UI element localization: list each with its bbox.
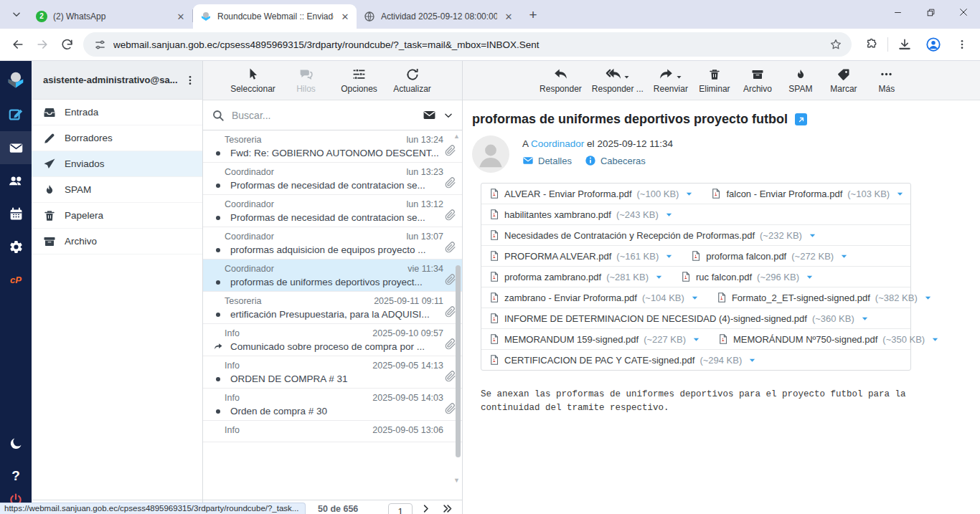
- tab-search-button[interactable]: [6, 2, 27, 27]
- message-row[interactable]: Info2025-09-05 14:13ORDEN DE COMPRA # 31: [203, 356, 462, 389]
- attachment-menu-icon[interactable]: [861, 315, 869, 323]
- mail-responder-button[interactable]: Responder ...: [588, 62, 648, 98]
- dropdown-caret-icon[interactable]: [623, 74, 630, 80]
- site-info-icon[interactable]: [92, 37, 108, 52]
- scroll-down-icon[interactable]: ▼: [453, 477, 460, 484]
- message-row[interactable]: Coordinadorvie 11:34proformas de uniform…: [203, 260, 462, 292]
- mail-eliminar-button[interactable]: Eliminar: [694, 62, 735, 98]
- list-opciones-button[interactable]: Opciones: [334, 62, 385, 98]
- last-page-icon[interactable]: [441, 503, 453, 514]
- attachment-menu-icon[interactable]: [748, 356, 756, 364]
- list-scrollbar[interactable]: [456, 265, 461, 457]
- close-tab-icon[interactable]: ✕: [503, 11, 514, 22]
- attachment-menu-icon[interactable]: [665, 252, 673, 260]
- attachment-menu-icon[interactable]: [806, 273, 814, 281]
- search-scope-icon[interactable]: [423, 108, 436, 122]
- attachment-item[interactable]: habilitantes xambrano.pdf(~243 KB): [481, 204, 683, 224]
- folder-item-enviados[interactable]: Enviados: [32, 151, 202, 177]
- browser-menu-icon[interactable]: [950, 32, 974, 57]
- tab-actividad[interactable]: Actividad 2025-09-12 08:00:00 ✕: [357, 4, 520, 29]
- list-hilos-button[interactable]: Hilos: [281, 62, 332, 98]
- mail-marcar-button[interactable]: Marcar: [823, 62, 864, 98]
- next-page-icon[interactable]: [420, 503, 431, 514]
- attachment-item[interactable]: proforma zambrano.pdf(~281 KB): [481, 267, 673, 287]
- minimize-button[interactable]: [881, 0, 914, 24]
- address-bar[interactable]: webmail.sanjuan.gob.ec/cpsess4895969315/…: [83, 32, 852, 57]
- attachment-menu-icon[interactable]: [924, 294, 932, 302]
- scroll-up-icon[interactable]: ▲: [453, 133, 460, 140]
- external-link-icon[interactable]: [795, 113, 807, 125]
- close-tab-icon[interactable]: ✕: [175, 11, 187, 22]
- taskbar-cpanel[interactable]: cP: [0, 263, 32, 296]
- attachment-menu-icon[interactable]: [692, 335, 700, 343]
- mail-reenviar-button[interactable]: Reenviar: [649, 62, 692, 98]
- folder-item-borradores[interactable]: Borradores: [32, 125, 202, 151]
- list-seleccionar-button[interactable]: Seleccionar: [227, 62, 279, 98]
- close-tab-icon[interactable]: ✕: [339, 11, 351, 22]
- taskbar-help[interactable]: ?: [0, 460, 32, 492]
- taskbar-calendar-icon[interactable]: [0, 197, 32, 230]
- folder-item-entrada[interactable]: Entrada: [32, 100, 202, 125]
- recipient-link[interactable]: Coordinador: [531, 138, 584, 149]
- attachment-menu-icon[interactable]: [655, 273, 663, 281]
- mail-responder-button[interactable]: Responder: [535, 62, 586, 98]
- folder-item-papelera[interactable]: Papelera: [32, 203, 202, 229]
- details-toggle[interactable]: Detalles: [522, 155, 572, 166]
- message-row[interactable]: Info2025-09-10 09:57Comunicado sobre pro…: [203, 324, 462, 356]
- dropdown-caret-icon[interactable]: [676, 74, 682, 80]
- attachment-item[interactable]: MEMORANDUM 159-signed.pdf(~227 KB): [481, 329, 710, 349]
- taskbar-mail-icon[interactable]: [0, 131, 32, 164]
- message-row[interactable]: Coordinadorlun 13:12Proformas de necesid…: [203, 195, 462, 227]
- folder-item-archivo[interactable]: Archivo: [32, 229, 202, 254]
- attachment-menu-icon[interactable]: [840, 252, 848, 260]
- attachment-item[interactable]: proforma falcon.pdf(~272 KB): [683, 246, 858, 266]
- attachment-item[interactable]: falcon - Enviar Proforma.pdf(~103 KB): [703, 184, 914, 204]
- page-number-input[interactable]: 1: [388, 503, 413, 514]
- tab-whatsapp[interactable]: 2 (2) WhatsApp ✕: [29, 4, 192, 29]
- attachment-menu-icon[interactable]: [809, 232, 816, 239]
- restore-button[interactable]: [914, 0, 947, 24]
- message-row[interactable]: Coordinadorlun 13:07proformas adquisicio…: [203, 227, 462, 260]
- account-menu-icon[interactable]: [182, 71, 198, 90]
- attachment-item[interactable]: PROFORMA ALVEAR.pdf(~161 KB): [481, 246, 683, 266]
- taskbar-compose-icon[interactable]: [0, 98, 32, 131]
- attachment-item[interactable]: ALVEAR - Enviar Proforma.pdf(~100 KB): [481, 184, 703, 204]
- mail-spam-button[interactable]: SPAM: [780, 62, 821, 98]
- forward-button[interactable]: [30, 32, 55, 57]
- headers-toggle[interactable]: Cabeceras: [585, 155, 646, 166]
- list-actualizar-button[interactable]: Actualizar: [387, 62, 438, 98]
- attachment-item[interactable]: Formato_2_ET-signed-signed.pdf(~382 KB): [709, 287, 942, 308]
- attachment-menu-icon[interactable]: [685, 190, 693, 198]
- new-tab-button[interactable]: +: [523, 5, 543, 25]
- mail-más-button[interactable]: Más: [866, 62, 908, 98]
- message-row[interactable]: Tesoreria2025-09-11 09:11ertificación Pr…: [203, 292, 462, 324]
- message-row[interactable]: Info2025-09-05 13:06: [203, 421, 462, 442]
- taskbar-contacts-icon[interactable]: [0, 164, 32, 197]
- message-row[interactable]: Tesorerialun 13:24Fwd: Re: GOBIERNO AUTO…: [203, 130, 462, 163]
- attachment-menu-icon[interactable]: [665, 211, 673, 219]
- reload-button[interactable]: [55, 32, 79, 57]
- taskbar-dark-mode-icon[interactable]: [0, 427, 32, 460]
- attachment-item[interactable]: INFORME DE DETERMINACION DE NECESIDAD (4…: [481, 308, 879, 328]
- attachment-item[interactable]: Necesidades de Contratación y Recepción …: [481, 225, 826, 245]
- tab-roundcube[interactable]: Roundcube Webmail :: Enviados ✕: [193, 4, 357, 29]
- attachment-item[interactable]: CERTIFICACION DE PAC Y CATE-signed.pdf(~…: [481, 350, 766, 370]
- message-row[interactable]: Coordinadorlun 13:23Proformas de necesid…: [203, 163, 462, 195]
- search-input[interactable]: [232, 110, 415, 121]
- bookmark-star-icon[interactable]: [827, 36, 844, 53]
- extensions-icon[interactable]: [859, 32, 883, 57]
- attachment-item[interactable]: ruc falcon.pdf(~296 KB): [673, 267, 824, 287]
- taskbar-settings-icon[interactable]: [0, 230, 32, 263]
- search-options-icon[interactable]: [443, 110, 453, 120]
- attachment-item[interactable]: zambrano - Enviar Proforma.pdf(~104 KB): [481, 287, 709, 308]
- attachment-menu-icon[interactable]: [931, 335, 939, 343]
- folder-item-spam[interactable]: SPAM: [32, 177, 202, 203]
- message-row[interactable]: Info2025-09-05 14:03Orden de compra # 30: [203, 389, 462, 421]
- back-button[interactable]: [6, 32, 30, 57]
- mail-archivo-button[interactable]: Archivo: [737, 62, 778, 98]
- url-text[interactable]: webmail.sanjuan.gob.ec/cpsess4895969315/…: [113, 39, 827, 50]
- close-window-button[interactable]: [947, 0, 980, 24]
- attachment-item[interactable]: MEMORÁNDUM Nº750-signed.pdf(~350 KB): [710, 329, 949, 349]
- attachment-menu-icon[interactable]: [691, 294, 699, 302]
- downloads-icon[interactable]: [892, 32, 917, 57]
